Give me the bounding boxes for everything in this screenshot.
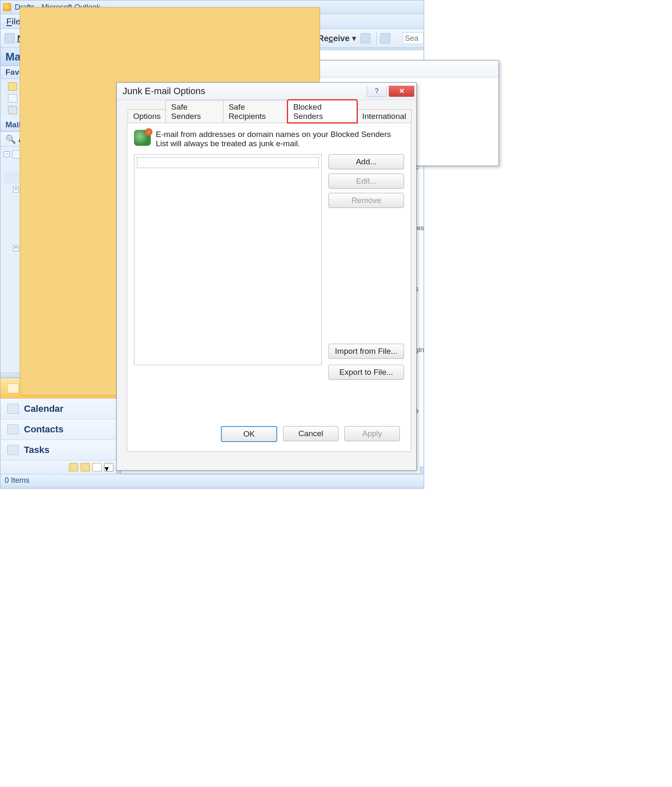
remove-button[interactable]: Remove (328, 193, 404, 208)
folder-icon (8, 82, 17, 91)
expand-icon[interactable]: + (13, 245, 19, 251)
collapse-icon[interactable]: − (4, 151, 10, 157)
tab-international[interactable]: International (357, 109, 412, 123)
wunder-tasks[interactable]: Tasks (0, 440, 117, 461)
folder-mini-icon[interactable] (81, 463, 90, 471)
search-folder-icon (8, 94, 17, 103)
list-selection (137, 157, 319, 168)
blocked-senders-description: E-mail from addresses or domain names on… (156, 130, 404, 148)
contacts-icon (7, 424, 19, 434)
menu-file[interactable]: File (6, 16, 21, 26)
edit-button[interactable]: Edit... (328, 174, 404, 189)
add-button[interactable]: Add... (328, 154, 404, 169)
tab-pane: E-mail from addresses or domain names on… (127, 123, 411, 452)
blocked-senders-icon (134, 130, 151, 146)
wunder-overflow: ▾ (0, 461, 117, 474)
new-icon (5, 33, 15, 43)
blocked-senders-list[interactable] (134, 154, 322, 365)
tab-safe-recipients[interactable]: Safe Recipients (223, 100, 288, 123)
folder-icon (8, 106, 17, 114)
outlook-icon (3, 3, 11, 11)
calendar-icon (7, 404, 19, 414)
close-button[interactable]: ✕ (388, 86, 415, 97)
expand-icon[interactable]: + (13, 187, 19, 192)
toolbar-search-input[interactable] (403, 32, 424, 44)
notes-mini-icon[interactable] (69, 463, 78, 471)
import-button[interactable]: Import from File... (328, 344, 404, 359)
navigation-pane: Mail « Favorite Folders︽ Inbox Unread Ma… (0, 48, 117, 474)
configure-buttons-icon[interactable]: ▾ (104, 463, 113, 471)
tasks-icon (7, 445, 19, 455)
status-bar: 0 Items (0, 474, 424, 486)
tab-safe-senders[interactable]: Safe Senders (165, 100, 223, 123)
wunder-contacts[interactable]: Contacts (0, 419, 117, 440)
tab-blocked-senders[interactable]: Blocked Senders (288, 100, 357, 123)
find-contact-icon[interactable] (360, 33, 370, 43)
address-book-icon[interactable] (380, 33, 390, 43)
tab-strip: Options Safe Senders Safe Recipients Blo… (127, 108, 411, 123)
help-button[interactable]: ? (367, 86, 387, 97)
shortcut-mini-icon[interactable] (92, 463, 102, 471)
wunder-calendar[interactable]: Calendar (0, 399, 117, 419)
ok-button[interactable]: OK (221, 426, 277, 442)
outlook-window: Drafts - Microsoft Outlook File Edit Vie… (0, 0, 424, 489)
mail-icon (7, 383, 19, 393)
tree-junk[interactable]: Junk E-mail [2] (4, 195, 113, 207)
tab-options[interactable]: Options (128, 109, 166, 123)
junk-dialog-title: Junk E-mail Options (123, 86, 205, 97)
junk-email-options-dialog: Junk E-mail Options ? ✕ Options Safe Sen… (116, 82, 417, 471)
export-button[interactable]: Export to File... (328, 365, 404, 380)
cancel-button[interactable]: Cancel (283, 426, 339, 441)
apply-button[interactable]: Apply (344, 426, 400, 441)
